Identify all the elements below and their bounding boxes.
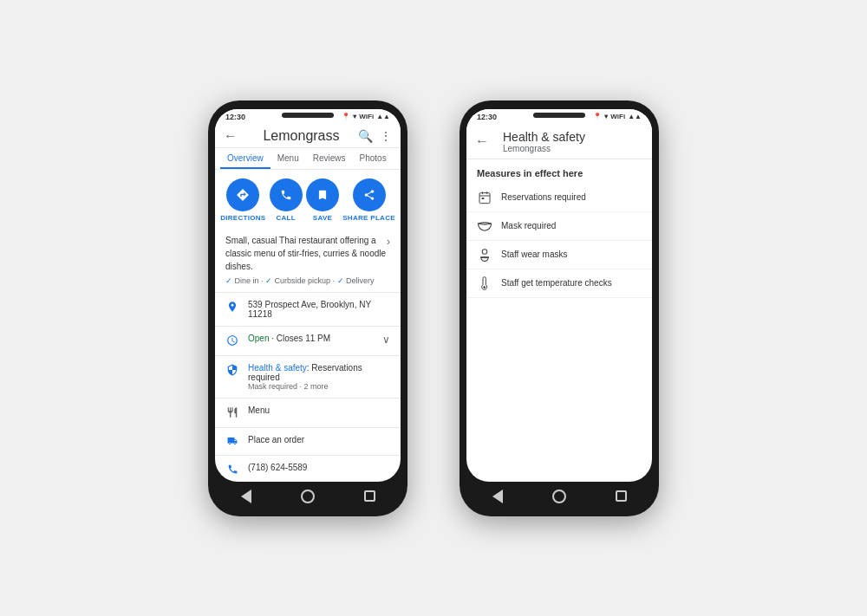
status-bar-2: 12:30 📍 ▾ WiFi ▲▲ [466, 109, 652, 123]
tabs-row: Overview Menu Reviews Photos A [215, 148, 401, 170]
health-subtext: Mask required · 2 more [248, 382, 390, 391]
screen-content-1: DIRECTIONS CALL SA [215, 170, 401, 482]
status-icons-2: 📍 ▾ WiFi ▲▲ [593, 113, 642, 120]
health-safety-row[interactable]: Health & safety: Reservations required M… [215, 356, 401, 399]
reservations-text: Reservations required [501, 192, 586, 202]
bottom-nav-1 [215, 482, 401, 508]
phone-2: 12:30 📍 ▾ WiFi ▲▲ ← Health & safety Lemo… [460, 101, 659, 516]
nav-back-1[interactable] [238, 489, 254, 504]
phone-icon [225, 464, 239, 477]
menu-icon [225, 406, 239, 420]
nav-home-2[interactable] [551, 489, 567, 504]
hours-chevron[interactable]: ∨ [382, 334, 390, 346]
staff-mask-icon [477, 247, 492, 263]
nav-back-2[interactable] [490, 489, 505, 504]
nav-home-1[interactable] [300, 489, 316, 504]
back-button-1[interactable]: ← [224, 128, 238, 144]
directions-circle [226, 178, 259, 211]
measures-title: Measures in effect here [466, 159, 652, 184]
clock-icon [225, 334, 239, 348]
thermometer-icon [477, 276, 492, 291]
save-button[interactable]: SAVE [306, 178, 339, 222]
hs-page-title: Health & safety [503, 130, 585, 144]
reservations-item: Reservations required [466, 184, 652, 212]
svg-point-6 [483, 286, 486, 289]
shield-icon [225, 364, 239, 378]
phone-2-screen: 12:30 📍 ▾ WiFi ▲▲ ← Health & safety Lemo… [466, 109, 652, 482]
status-icons-1: 📍 ▾ WiFi ▲▲ [342, 113, 390, 120]
time-1: 12:30 [225, 113, 245, 121]
hours-row[interactable]: Open · Closes 11 PM ∨ [215, 327, 401, 356]
more-icon[interactable]: ⋮ [380, 129, 392, 143]
service-tags: ✓ Dine in · ✓ Curbside pickup · ✓ Delive… [225, 276, 390, 288]
maps-header: ← Lemongrass 🔍 ⋮ [215, 123, 401, 148]
address-text: 539 Prospect Ave, Brooklyn, NY 11218 [248, 300, 390, 319]
temperature-item: Staff get temperature checks [466, 269, 652, 298]
back-button-2[interactable]: ← [475, 133, 489, 149]
nav-square-1[interactable] [362, 489, 377, 504]
order-text: Place an order [248, 435, 390, 444]
more-arrow[interactable]: › [387, 234, 390, 250]
phone-1-screen: 12:30 📍 ▾ WiFi ▲▲ ← Lemongrass 🔍 ⋮ Overv… [215, 109, 401, 482]
tab-more[interactable]: A [394, 148, 401, 169]
tab-reviews[interactable]: Reviews [306, 148, 353, 169]
menu-row[interactable]: Menu [215, 399, 401, 428]
status-bar-1: 12:30 📍 ▾ WiFi ▲▲ [215, 109, 401, 123]
menu-text: Menu [248, 405, 390, 415]
location-icon [225, 301, 239, 314]
call-button[interactable]: CALL [270, 178, 303, 222]
phone-1: 12:30 📍 ▾ WiFi ▲▲ ← Lemongrass 🔍 ⋮ Overv… [208, 101, 407, 516]
hs-title-block: Health & safety Lemongrass [503, 130, 585, 153]
share-label: SHARE PLACE [342, 214, 395, 222]
mask-text: Mask required [501, 221, 556, 230]
order-row[interactable]: Place an order [215, 428, 401, 456]
header-icons: 🔍 ⋮ [358, 129, 392, 143]
delivery-icon [225, 436, 239, 448]
health-text: Health & safety: Reservations required M… [248, 363, 390, 391]
mask-item: Mask required [466, 212, 652, 241]
tab-photos[interactable]: Photos [353, 148, 394, 169]
call-circle [270, 178, 303, 211]
spacer [466, 298, 652, 482]
phone-text: (718) 624-5589 [248, 463, 390, 472]
staff-mask-text: Staff wear masks [501, 250, 568, 259]
bottom-nav-2 [466, 482, 652, 508]
directions-button[interactable]: DIRECTIONS [220, 178, 265, 222]
nav-square-2[interactable] [613, 489, 629, 504]
hours-text: Open · Closes 11 PM [248, 334, 374, 343]
save-circle [306, 178, 339, 211]
hs-header: ← Health & safety Lemongrass [466, 123, 652, 159]
tab-overview[interactable]: Overview [220, 148, 271, 169]
description-text: Small, casual Thai restaurant offering a… [225, 236, 386, 271]
tab-menu[interactable]: Menu [271, 148, 306, 169]
temperature-text: Staff get temperature checks [501, 278, 612, 288]
call-label: CALL [276, 214, 296, 222]
restaurant-title: Lemongrass [244, 128, 358, 144]
actions-row: DIRECTIONS CALL SA [215, 170, 401, 227]
svg-rect-0 [479, 192, 490, 203]
description-section: › Small, casual Thai restaurant offering… [215, 227, 401, 294]
mask-icon [477, 218, 492, 234]
calendar-icon [477, 190, 492, 205]
time-2: 12:30 [477, 113, 497, 121]
share-circle [353, 178, 386, 211]
directions-label: DIRECTIONS [220, 214, 265, 222]
address-row[interactable]: 539 Prospect Ave, Brooklyn, NY 11218 [215, 293, 401, 327]
phone-row[interactable]: (718) 624-5589 [215, 456, 401, 482]
svg-rect-4 [482, 198, 485, 199]
staff-mask-item: Staff wear masks [466, 241, 652, 269]
hs-restaurant-name: Lemongrass [503, 144, 585, 153]
save-label: SAVE [313, 214, 332, 222]
share-button[interactable]: SHARE PLACE [342, 178, 395, 222]
search-icon[interactable]: 🔍 [358, 129, 373, 143]
svg-point-5 [482, 249, 487, 254]
